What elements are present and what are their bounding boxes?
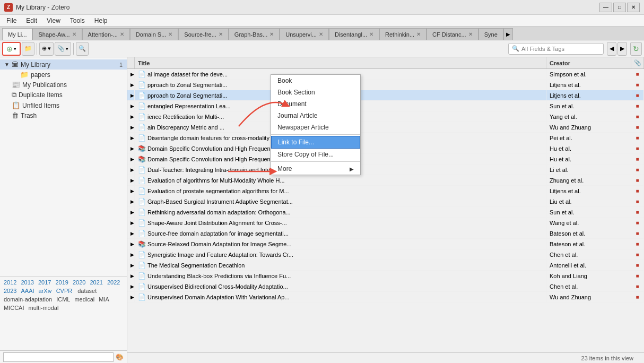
tab-shape-aw[interactable]: Shape-Aw... ✕ bbox=[32, 28, 82, 40]
dropdown-item-book[interactable]: Book bbox=[271, 75, 360, 87]
table-row[interactable]: ▶ 📄 entangled Representation Lea... Sun … bbox=[127, 101, 644, 111]
tab-syne[interactable]: Syne bbox=[478, 28, 503, 40]
tag-2021[interactable]: 2021 bbox=[88, 279, 104, 286]
tag-2022[interactable]: 2022 bbox=[106, 279, 121, 286]
tab-close-icon[interactable]: ✕ bbox=[319, 31, 323, 37]
tab-cf-distanc[interactable]: CF Distanc... ✕ bbox=[427, 28, 478, 40]
search-box[interactable]: 🔍 bbox=[508, 43, 604, 55]
table-row[interactable]: ▶ 📄 Rethinking adversarial domain adapta… bbox=[127, 207, 644, 218]
table-row[interactable]: ▶ 📄 Unsupervised Domain Adaptation With … bbox=[127, 292, 644, 302]
tag-dataset[interactable]: dataset bbox=[76, 287, 98, 295]
tab-rethinkin[interactable]: Rethinkin... ✕ bbox=[379, 28, 427, 40]
menu-view[interactable]: View bbox=[42, 16, 65, 25]
tag-cvpr[interactable]: CVPR bbox=[55, 287, 74, 295]
sync-button[interactable]: ↻ bbox=[630, 42, 642, 56]
tag-icml[interactable]: ICML bbox=[55, 296, 72, 303]
table-row[interactable]: ▶ 📄 Evaluation of prostate segmentation … bbox=[127, 186, 644, 196]
menu-help[interactable]: Help bbox=[90, 16, 112, 25]
tag-2019[interactable]: 2019 bbox=[54, 279, 69, 286]
tab-close-icon[interactable]: ✕ bbox=[72, 31, 76, 37]
tag-2020[interactable]: 2020 bbox=[71, 279, 87, 286]
table-row[interactable]: ▶ 📚 Domain Specific Convolution and High… bbox=[127, 143, 644, 154]
tab-close-icon[interactable]: ✕ bbox=[120, 31, 124, 37]
attach-button[interactable]: 📎 ▾ bbox=[55, 42, 71, 56]
row-creator: Litjens et al. bbox=[546, 90, 631, 100]
dropdown-item-document[interactable]: Document bbox=[271, 98, 360, 110]
tab-nav-right[interactable]: ▶ bbox=[503, 28, 513, 40]
tab-disentangl[interactable]: Disentangl... ✕ bbox=[329, 28, 379, 40]
table-row[interactable]: ▶ 📄 Unsupervised Bidirectional Cross-Mod… bbox=[127, 281, 644, 292]
tag-search-input[interactable] bbox=[3, 352, 114, 362]
nav-forward-button[interactable]: ▶ bbox=[617, 42, 627, 56]
menu-file[interactable]: File bbox=[2, 16, 21, 25]
table-row[interactable]: ▶ 📄 The Medical Segmentation Decathlon A… bbox=[127, 260, 644, 271]
table-row[interactable]: ▶ 📄 Source-free domain adaptation for im… bbox=[127, 228, 644, 239]
tag-2012[interactable]: 2012 bbox=[2, 279, 18, 286]
sidebar-item-duplicate-items[interactable]: ⧉ Duplicate Items bbox=[0, 90, 127, 100]
maximize-button[interactable]: □ bbox=[613, 3, 626, 12]
dropdown-item-store-copy[interactable]: Store Copy of File... bbox=[271, 149, 360, 160]
tag-miccai[interactable]: MICCAI bbox=[2, 304, 26, 312]
nav-back-button[interactable]: ◀ bbox=[607, 42, 616, 56]
tab-close-icon[interactable]: ✕ bbox=[168, 31, 172, 37]
tag-multi-modal[interactable]: multi-modal bbox=[27, 304, 60, 312]
table-row[interactable]: ▶ 📄 al image dataset for the deve... Sim… bbox=[127, 69, 644, 80]
menu-tools[interactable]: Tools bbox=[66, 16, 89, 25]
tag-aaai[interactable]: AAAI bbox=[19, 287, 36, 295]
add-item-button[interactable]: ⊕ ▾ bbox=[39, 42, 54, 56]
table-row[interactable]: ▶ 📄 pproach to Zonal Segmentati... Litje… bbox=[127, 80, 644, 90]
table-row[interactable]: ▶ 📄 ain Discrepancy Metric and ... Wu an… bbox=[127, 122, 644, 133]
th-creator[interactable]: Creator bbox=[546, 57, 631, 68]
tab-source-fre[interactable]: Source-fre... ✕ bbox=[178, 28, 229, 40]
table-row[interactable]: ▶ 📄 Disentangle domain features for cros… bbox=[127, 133, 644, 143]
tag-mia[interactable]: MIA bbox=[97, 296, 111, 303]
minimize-button[interactable]: — bbox=[599, 3, 612, 12]
table-row[interactable]: ▶ 📄 Graph-Based Surgical Instrument Adap… bbox=[127, 196, 644, 207]
table-row[interactable]: ▶ 📄 Dual-Teacher: Integrating Intra-doma… bbox=[127, 165, 644, 175]
dropdown-item-journal-article[interactable]: Journal Article bbox=[271, 110, 360, 122]
tab-close-icon[interactable]: ✕ bbox=[416, 31, 421, 37]
new-folder-button[interactable]: 📁 bbox=[22, 42, 34, 56]
table-row[interactable]: ▶ 📄 Understanding Black-box Predictions … bbox=[127, 271, 644, 281]
menu-edit[interactable]: Edit bbox=[22, 16, 41, 25]
tab-unsupervi[interactable]: Unsupervi... ✕ bbox=[280, 28, 329, 40]
tab-close-icon[interactable]: ✕ bbox=[468, 31, 473, 37]
search-input[interactable] bbox=[521, 46, 585, 52]
tab-close-icon[interactable]: ✕ bbox=[219, 31, 223, 37]
row-creator: Li et al. bbox=[546, 165, 631, 175]
tag-2023[interactable]: 2023 bbox=[2, 287, 18, 295]
tag-color-icon[interactable]: 🎨 bbox=[116, 353, 124, 361]
sidebar-item-unfiled-items[interactable]: 📋 Unfiled Items bbox=[0, 100, 127, 110]
table-row[interactable]: ▶ 📄 Shape-Aware Joint Distribution Align… bbox=[127, 218, 644, 228]
table-row[interactable]: ▶ 📄 Evaluation of algorithms for Multi-M… bbox=[127, 175, 644, 186]
tab-attention[interactable]: Attention-... ✕ bbox=[82, 28, 130, 40]
locate-button[interactable]: 🔍 bbox=[76, 42, 89, 56]
th-title[interactable]: Title bbox=[135, 57, 546, 68]
sidebar-item-trash[interactable]: 🗑 Trash bbox=[0, 110, 127, 120]
row-attach: ■ bbox=[631, 292, 644, 302]
dropdown-item-book-section[interactable]: Book Section bbox=[271, 87, 360, 98]
dropdown-item-more[interactable]: More ▶ bbox=[271, 163, 360, 175]
tag-2013[interactable]: 2013 bbox=[19, 279, 35, 286]
tab-domain-s[interactable]: Domain S... ✕ bbox=[130, 28, 178, 40]
add-library-button[interactable]: ⊕ ▾ bbox=[2, 42, 21, 56]
sidebar-item-my-library[interactable]: ▼ 🏛 My Library 1 bbox=[0, 59, 127, 70]
table-row[interactable]: ▶ 📄 Synergistic Image and Feature Adapta… bbox=[127, 249, 644, 260]
close-button[interactable]: ✕ bbox=[627, 3, 640, 12]
dropdown-item-newspaper-article[interactable]: Newspaper Article bbox=[271, 122, 360, 133]
table-row[interactable]: ▶ 📄 ience Rectification for Multi-... Ya… bbox=[127, 111, 644, 122]
dropdown-item-link-to-file[interactable]: Link to File... bbox=[271, 136, 360, 149]
sidebar-item-my-publications[interactable]: 📰 My Publications bbox=[0, 80, 127, 90]
table-row[interactable]: ▶ 📄 pproach to Zonal Segmentati... Litje… bbox=[127, 90, 644, 101]
table-row[interactable]: ▶ 📚 Domain Specific Convolution and High… bbox=[127, 154, 644, 165]
tag-arxiv[interactable]: arXiv bbox=[37, 287, 54, 295]
tag-2017[interactable]: 2017 bbox=[37, 279, 53, 286]
tab-close-icon[interactable]: ✕ bbox=[269, 31, 274, 37]
table-row[interactable]: ▶ 📚 Source-Relaxed Domain Adaptation for… bbox=[127, 239, 644, 249]
tab-graph-bas[interactable]: Graph-Bas... ✕ bbox=[229, 28, 280, 40]
tag-domain-adaptation[interactable]: domain-adaptation bbox=[2, 296, 54, 303]
tag-medical[interactable]: medical bbox=[73, 296, 96, 303]
tab-my-library[interactable]: My Li... bbox=[2, 28, 32, 40]
sidebar-item-papers[interactable]: 📁 papers bbox=[0, 70, 127, 80]
tab-close-icon[interactable]: ✕ bbox=[369, 31, 373, 37]
